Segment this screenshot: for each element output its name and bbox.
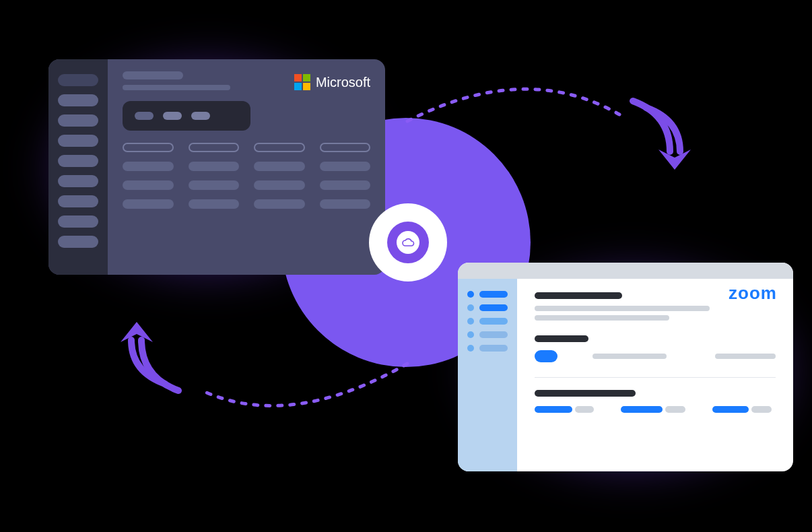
ms-cell bbox=[320, 199, 371, 209]
zoom-sidebar-item bbox=[467, 318, 508, 325]
ms-sidebar-item bbox=[58, 175, 98, 187]
ms-cell bbox=[254, 162, 305, 171]
ms-sidebar-item bbox=[58, 74, 98, 86]
cloud-icon bbox=[401, 238, 415, 247]
ms-cell bbox=[320, 180, 371, 190]
arrow-down-icon bbox=[619, 88, 693, 182]
zoom-text-placeholder bbox=[535, 315, 669, 321]
ms-cell bbox=[320, 162, 371, 171]
zoom-text-placeholder bbox=[715, 354, 776, 359]
microsoft-logo-text: Microsoft bbox=[316, 75, 370, 90]
ms-column-header bbox=[123, 143, 174, 152]
ms-sidebar-item bbox=[58, 94, 98, 106]
zoom-subheading-placeholder bbox=[535, 335, 588, 342]
ms-cell bbox=[123, 199, 174, 209]
microsoft-app-card: Microsoft bbox=[48, 59, 385, 275]
ms-cell bbox=[189, 199, 240, 209]
ms-cell bbox=[123, 162, 174, 171]
ms-cell bbox=[254, 180, 305, 190]
ms-sidebar bbox=[48, 59, 108, 275]
zoom-progress-row bbox=[535, 406, 776, 413]
zoom-logo-text: zoom bbox=[729, 283, 777, 304]
zoom-text-placeholder bbox=[535, 306, 710, 311]
ms-cell bbox=[254, 199, 305, 209]
zoom-sidebar-item bbox=[467, 291, 508, 298]
ms-cell bbox=[189, 162, 240, 171]
zoom-app-card: zoom bbox=[458, 263, 793, 471]
ms-sidebar-item bbox=[58, 135, 98, 147]
zoom-sidebar bbox=[458, 279, 517, 471]
ms-sidebar-item bbox=[58, 215, 98, 228]
ms-sidebar-item bbox=[58, 155, 98, 167]
microsoft-logo-icon bbox=[294, 74, 310, 90]
ms-chip-box bbox=[123, 101, 250, 131]
ms-column-header bbox=[320, 143, 371, 152]
zoom-subheading-placeholder bbox=[535, 390, 636, 397]
zoom-heading-placeholder bbox=[535, 292, 622, 299]
ms-cell bbox=[123, 180, 174, 190]
zoom-sidebar-item bbox=[467, 331, 508, 338]
ms-chip bbox=[191, 112, 210, 120]
zoom-titlebar bbox=[458, 263, 793, 279]
zoom-main-panel: zoom bbox=[517, 279, 793, 471]
ms-chip bbox=[135, 112, 154, 120]
ms-chip bbox=[163, 112, 182, 120]
zoom-badge bbox=[535, 350, 557, 362]
connector-badge bbox=[369, 203, 447, 281]
ms-column-header bbox=[254, 143, 305, 152]
ms-subtitle-placeholder bbox=[123, 85, 230, 90]
ms-sidebar-item bbox=[58, 236, 98, 248]
ms-data-grid bbox=[123, 143, 370, 209]
microsoft-logo: Microsoft bbox=[294, 74, 370, 90]
ms-cell bbox=[189, 180, 240, 190]
ms-sidebar-item bbox=[58, 114, 98, 127]
zoom-sidebar-item bbox=[467, 345, 508, 352]
divider bbox=[535, 377, 776, 378]
ms-column-header bbox=[189, 143, 240, 152]
ms-title-placeholder bbox=[123, 71, 183, 79]
ms-main-panel: Microsoft bbox=[108, 59, 385, 275]
zoom-text-placeholder bbox=[593, 354, 667, 359]
arrow-up-icon bbox=[118, 310, 192, 404]
zoom-sidebar-item bbox=[467, 304, 508, 311]
ms-sidebar-item bbox=[58, 195, 98, 207]
